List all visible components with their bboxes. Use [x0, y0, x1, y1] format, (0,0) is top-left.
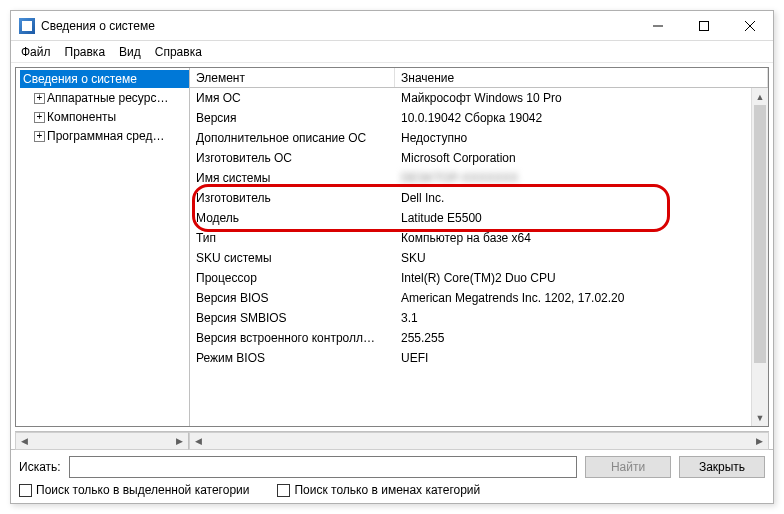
app-icon — [19, 18, 35, 34]
table-row[interactable]: Версия10.0.19042 Сборка 19042 — [190, 108, 768, 128]
minimize-button[interactable] — [635, 11, 681, 41]
details-table: Элемент Значение Имя ОСМайкрософт Window… — [190, 68, 768, 426]
chevron-right-icon[interactable]: ▶ — [751, 433, 768, 449]
cell-value: Intel(R) Core(TM)2 Duo CPU — [395, 271, 768, 285]
cell-element: Изготовитель — [190, 191, 395, 205]
window-title: Сведения о системе — [41, 19, 155, 33]
tree-item-label: Сведения о системе — [20, 71, 140, 87]
cell-element: Дополнительное описание ОС — [190, 131, 395, 145]
table-row[interactable]: ПроцессорIntel(R) Core(TM)2 Duo CPU — [190, 268, 768, 288]
tree-item-label: Аппаратные ресурс… — [47, 91, 168, 105]
tree-item-components[interactable]: + Компоненты — [20, 108, 189, 126]
table-row[interactable]: SKU системыSKU — [190, 248, 768, 268]
table-row[interactable]: ТипКомпьютер на базе x64 — [190, 228, 768, 248]
nav-tree[interactable]: Сведения о системе + Аппаратные ресурс… … — [16, 68, 190, 426]
cell-value: American Megatrends Inc. 1202, 17.02.20 — [395, 291, 768, 305]
system-info-window: Сведения о системе Файл Правка Вид Справ… — [10, 10, 774, 504]
tree-item-label: Компоненты — [47, 110, 116, 124]
cell-value: Майкрософт Windows 10 Pro — [395, 91, 768, 105]
table-row[interactable]: Имя ОСМайкрософт Windows 10 Pro — [190, 88, 768, 108]
cell-value: 3.1 — [395, 311, 768, 325]
cell-value: SKU — [395, 251, 768, 265]
tree-item-software[interactable]: + Программная сред… — [20, 127, 189, 145]
menu-bar: Файл Правка Вид Справка — [11, 41, 773, 63]
menu-edit[interactable]: Правка — [65, 45, 106, 59]
menu-file[interactable]: Файл — [21, 45, 51, 59]
menu-view[interactable]: Вид — [119, 45, 141, 59]
cell-value: Недоступно — [395, 131, 768, 145]
cell-element: Имя ОС — [190, 91, 395, 105]
search-panel: Искать: Найти Закрыть Поиск только в выд… — [11, 449, 773, 503]
chevron-left-icon[interactable]: ◀ — [16, 433, 33, 449]
col-value[interactable]: Значение — [395, 68, 768, 87]
col-element[interactable]: Элемент — [190, 68, 395, 87]
cell-element: Версия BIOS — [190, 291, 395, 305]
tree-item-root[interactable]: Сведения о системе — [20, 70, 189, 88]
table-row[interactable]: Имя системыDESKTOP-XXXXXXX — [190, 168, 768, 188]
table-row[interactable]: МодельLatitude E5500 — [190, 208, 768, 228]
cell-value: UEFI — [395, 351, 768, 365]
checkbox-icon[interactable] — [277, 484, 290, 497]
table-row[interactable]: Дополнительное описание ОСНедоступно — [190, 128, 768, 148]
plus-icon[interactable]: + — [34, 112, 45, 123]
cell-element: Имя системы — [190, 171, 395, 185]
table-row[interactable]: ИзготовительDell Inc. — [190, 188, 768, 208]
search-label: Искать: — [19, 460, 61, 474]
plus-icon[interactable]: + — [34, 93, 45, 104]
table-row[interactable]: Версия BIOSAmerican Megatrends Inc. 1202… — [190, 288, 768, 308]
tree-hscroll[interactable]: ◀ ▶ — [15, 432, 189, 450]
hscroll-row: ◀ ▶ ◀ ▶ — [15, 431, 769, 449]
cell-value: Microsoft Corporation — [395, 151, 768, 165]
main-pane: Сведения о системе + Аппаратные ресурс… … — [15, 67, 769, 427]
table-row[interactable]: Изготовитель ОСMicrosoft Corporation — [190, 148, 768, 168]
tree-item-label: Программная сред… — [47, 129, 164, 143]
table-row[interactable]: Версия SMBIOS3.1 — [190, 308, 768, 328]
cell-value: Dell Inc. — [395, 191, 768, 205]
search-input[interactable] — [69, 456, 577, 478]
cell-value: 255.255 — [395, 331, 768, 345]
table-body[interactable]: Имя ОСМайкрософт Windows 10 ProВерсия10.… — [190, 88, 768, 426]
checkbox-icon[interactable] — [19, 484, 32, 497]
cell-element: Версия встроенного контролл… — [190, 331, 395, 345]
close-search-button[interactable]: Закрыть — [679, 456, 765, 478]
cell-value: Компьютер на базе x64 — [395, 231, 768, 245]
cell-element: Модель — [190, 211, 395, 225]
chevron-right-icon[interactable]: ▶ — [171, 433, 188, 449]
chk-only-names[interactable]: Поиск только в именах категорий — [277, 483, 480, 497]
cell-element: Версия — [190, 111, 395, 125]
tree-item-hardware[interactable]: + Аппаратные ресурс… — [20, 89, 189, 107]
vertical-scrollbar[interactable]: ▲ ▼ — [751, 88, 768, 426]
cell-value: 10.0.19042 Сборка 19042 — [395, 111, 768, 125]
maximize-button[interactable] — [681, 11, 727, 41]
cell-value: DESKTOP-XXXXXXX — [395, 171, 768, 185]
menu-help[interactable]: Справка — [155, 45, 202, 59]
chevron-up-icon[interactable]: ▲ — [752, 88, 768, 105]
cell-value: Latitude E5500 — [395, 211, 768, 225]
close-button[interactable] — [727, 11, 773, 41]
cell-element: Версия SMBIOS — [190, 311, 395, 325]
cell-element: Режим BIOS — [190, 351, 395, 365]
chevron-left-icon[interactable]: ◀ — [190, 433, 207, 449]
cell-element: Изготовитель ОС — [190, 151, 395, 165]
table-header: Элемент Значение — [190, 68, 768, 88]
table-row[interactable]: Версия встроенного контролл…255.255 — [190, 328, 768, 348]
table-hscroll[interactable]: ◀ ▶ — [189, 432, 769, 450]
svg-rect-1 — [700, 21, 709, 30]
title-bar: Сведения о системе — [11, 11, 773, 41]
chk-only-category[interactable]: Поиск только в выделенной категории — [19, 483, 249, 497]
find-button[interactable]: Найти — [585, 456, 671, 478]
plus-icon[interactable]: + — [34, 131, 45, 142]
chevron-down-icon[interactable]: ▼ — [752, 409, 768, 426]
cell-element: SKU системы — [190, 251, 395, 265]
cell-element: Процессор — [190, 271, 395, 285]
cell-element: Тип — [190, 231, 395, 245]
table-row[interactable]: Режим BIOSUEFI — [190, 348, 768, 368]
